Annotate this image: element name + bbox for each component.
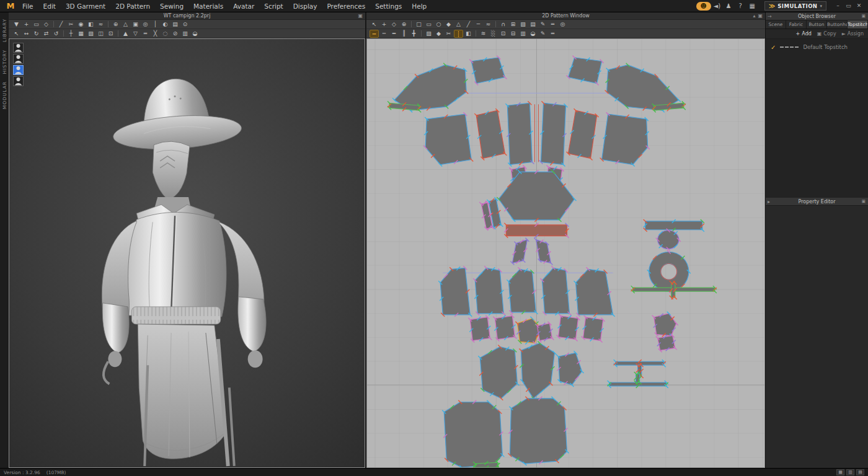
measure-3d-tool[interactable]: ═ xyxy=(141,30,150,38)
transform-pattern-tool[interactable]: ↖ xyxy=(370,20,379,29)
fold-arrangement-tool[interactable]: ◧ xyxy=(86,20,95,29)
menu-help[interactable]: Help xyxy=(407,0,432,12)
menu-2d-pattern[interactable]: 2D Pattern xyxy=(110,0,155,12)
3d-viewport[interactable] xyxy=(9,38,365,468)
show-pattern-tool[interactable]: ▧ xyxy=(86,30,95,38)
button-tool[interactable]: ⊡ xyxy=(498,30,508,38)
layer-tool[interactable]: ◫ xyxy=(96,30,105,38)
gizmo-tool[interactable]: ⊕ xyxy=(111,20,120,29)
pattern-piece[interactable] xyxy=(644,219,704,232)
pattern-piece[interactable] xyxy=(508,397,569,465)
minimize-button[interactable]: – xyxy=(833,1,843,11)
expand-window-icon[interactable]: ▴ xyxy=(753,12,755,20)
half-tool[interactable]: ◒ xyxy=(190,30,200,38)
assign-button[interactable]: ►Assign xyxy=(842,31,864,37)
add-button[interactable]: +Add xyxy=(796,31,812,37)
tab-fabric[interactable]: Fabric xyxy=(786,20,807,29)
panel-corner-icon[interactable]: ▣ xyxy=(861,12,866,20)
weaken-tool[interactable]: ▽ xyxy=(131,30,140,38)
topstitch-tool[interactable]: ┉ xyxy=(379,30,389,38)
support-chat-icon[interactable]: ☻ xyxy=(696,2,711,11)
internal-line-tool[interactable]: ╱ xyxy=(464,20,473,29)
list-item[interactable]: ✓Default Topstitch xyxy=(766,42,868,53)
help-icon[interactable]: ? xyxy=(735,1,746,11)
tab-scene[interactable]: Scene xyxy=(766,20,786,29)
rectangle-tool[interactable]: ▭ xyxy=(424,20,433,29)
store-icon[interactable]: ▦ xyxy=(746,1,758,11)
section-plane-tool[interactable]: │ xyxy=(151,20,160,29)
sound-icon[interactable]: ◄) xyxy=(711,1,723,11)
scale-tool[interactable]: ⇄ xyxy=(42,30,51,38)
buttonhole-tool[interactable]: ⊟ xyxy=(508,30,518,38)
grid-view-tool[interactable]: ▤ xyxy=(170,20,180,29)
menu-preferences[interactable]: Preferences xyxy=(322,0,370,12)
select-tool[interactable]: ↖ xyxy=(12,30,21,38)
dock-tab-modular[interactable]: MODULAR xyxy=(2,81,7,109)
flatten-tool[interactable]: ▣ xyxy=(131,20,140,29)
edit-pattern-tool[interactable]: + xyxy=(379,20,389,29)
menu-script[interactable]: Script xyxy=(259,0,288,12)
smooth-tool[interactable]: ◌ xyxy=(161,30,170,38)
menu-settings[interactable]: Settings xyxy=(370,0,407,12)
wind-tool[interactable]: ≈ xyxy=(96,20,105,29)
edit-topstitch-tool[interactable]: ┅ xyxy=(370,30,379,38)
pattern-annotation-tool[interactable]: ✎ xyxy=(538,30,547,38)
collapse-arrow-icon[interactable]: ▸ xyxy=(768,198,770,206)
pattern-piece[interactable] xyxy=(505,101,534,166)
show-xray-joints-toggle[interactable] xyxy=(13,76,24,86)
simulate-tool[interactable]: ▼ xyxy=(12,20,21,29)
rotate-view-tool[interactable]: ↻ xyxy=(32,30,41,38)
cut-tool[interactable]: ✂ xyxy=(444,30,453,38)
axis-tool[interactable]: ┼ xyxy=(66,30,76,38)
texture-view-tool[interactable]: ◐ xyxy=(161,20,170,29)
pen-3d-tool[interactable]: ╱ xyxy=(56,20,66,29)
tab-topstitch[interactable]: Topstitch xyxy=(848,20,868,29)
float-window-icon[interactable]: ▣ xyxy=(358,12,363,20)
base-line-tool[interactable]: ─ xyxy=(474,20,483,29)
medium-thumbnail-view-icon[interactable]: ▥ xyxy=(846,469,854,475)
bind-tool[interactable]: ◧ xyxy=(464,30,473,38)
render-light-tool[interactable]: ◎ xyxy=(141,20,150,29)
menu-avatar[interactable]: Avatar xyxy=(228,0,259,12)
measure-2d-tool[interactable]: ═ xyxy=(548,20,557,29)
simulation-mode-selector[interactable]: ≫ SIMULATION ▾ xyxy=(764,1,826,11)
menu-edit[interactable]: Edit xyxy=(38,0,61,12)
show-fabric-tool[interactable]: ▦ xyxy=(76,30,86,38)
tab-buttonhole[interactable]: Buttonhole xyxy=(827,20,848,29)
dart-2d-tool[interactable]: ◆ xyxy=(434,30,443,38)
grading-tool[interactable]: ▤ xyxy=(528,20,538,29)
copy-button[interactable]: ▣Copy xyxy=(817,31,836,37)
circle-tool[interactable]: ○ xyxy=(434,20,443,29)
pattern-piece[interactable] xyxy=(504,223,569,238)
delete-tool[interactable]: ╳ xyxy=(151,30,160,38)
user-account-icon[interactable]: ♟ xyxy=(723,1,735,11)
curve-tool[interactable]: ≈ xyxy=(484,20,493,29)
puckering-tool[interactable]: ≋ xyxy=(479,30,488,38)
shrink-tool[interactable]: ◒ xyxy=(528,30,538,38)
select-lasso-tool[interactable]: ◇ xyxy=(42,20,51,29)
edit-point-tool[interactable]: ◇ xyxy=(389,20,399,29)
tab-button[interactable]: Button xyxy=(807,20,827,29)
zipper-tool[interactable]: ╋ xyxy=(409,30,418,38)
segment-topstitch-tool[interactable]: ┆ xyxy=(454,30,463,38)
pin-tool[interactable]: ◉ xyxy=(76,20,86,29)
pattern-piece[interactable] xyxy=(442,400,504,467)
menu-3d-garment[interactable]: 3D Garment xyxy=(61,0,110,12)
close-button[interactable]: ✕ xyxy=(854,1,864,11)
reset-view-tool[interactable]: ↺ xyxy=(51,30,61,38)
shade-tool[interactable]: ▥ xyxy=(180,30,190,38)
pattern-piece[interactable] xyxy=(539,101,567,166)
dock-tab-library[interactable]: LIBRARY xyxy=(2,19,7,42)
elastic-tool[interactable]: ▥ xyxy=(518,30,528,38)
pressure-tool[interactable]: ⊡ xyxy=(106,30,115,38)
float-window-icon[interactable]: ▣ xyxy=(758,12,763,20)
pattern-measure-tool[interactable]: ═ xyxy=(548,30,557,38)
seam-allowance-tool[interactable]: ⊞ xyxy=(508,20,518,29)
polygon-tool[interactable]: □ xyxy=(414,20,423,29)
pan-tool[interactable]: ↔ xyxy=(22,30,31,38)
maximize-button[interactable]: ▭ xyxy=(843,1,854,11)
dock-arrow-icon[interactable]: → xyxy=(768,12,772,20)
pleat-tool[interactable]: ║ xyxy=(399,30,409,38)
menu-file[interactable]: File xyxy=(17,0,38,12)
edit-sewing-tool[interactable]: ✂ xyxy=(66,20,76,29)
